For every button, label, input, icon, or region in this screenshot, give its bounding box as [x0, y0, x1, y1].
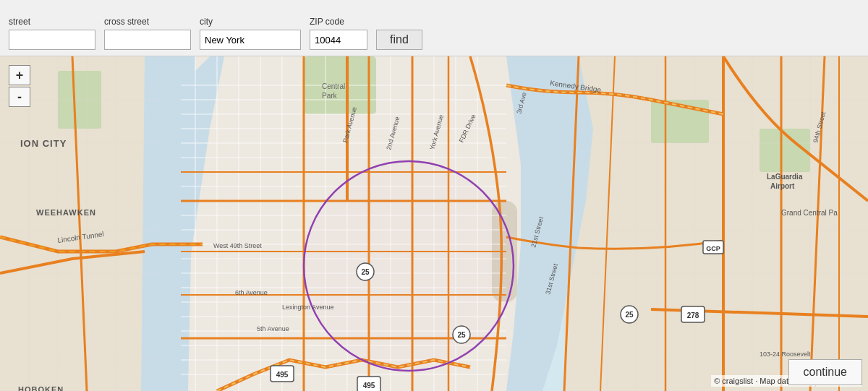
zoom-out-button[interactable]: - [9, 87, 30, 107]
street-field-group: street [9, 17, 95, 50]
street-input[interactable] [9, 30, 95, 50]
cross-street-input[interactable] [104, 30, 191, 50]
svg-text:5th Avenue: 5th Avenue [257, 325, 289, 332]
svg-text:Airport: Airport [770, 182, 795, 190]
svg-text:Central: Central [322, 82, 345, 90]
svg-text:GCP: GCP [706, 245, 720, 252]
svg-text:Grand Central Pa: Grand Central Pa [781, 209, 838, 217]
cross-street-field-group: cross street [104, 17, 191, 50]
svg-text:25: 25 [457, 331, 466, 339]
svg-text:WEEHAWKEN: WEEHAWKEN [36, 208, 96, 217]
zip-label: ZIP code [310, 17, 367, 27]
continue-button[interactable]: continue [788, 359, 863, 385]
street-label: street [9, 17, 95, 27]
svg-text:25: 25 [625, 311, 634, 319]
svg-text:495: 495 [276, 371, 289, 379]
zoom-in-button[interactable]: + [9, 65, 30, 85]
city-label: city [200, 17, 301, 27]
search-bar: street cross street city ZIP code find [0, 0, 868, 56]
svg-text:103-24 Roosevelt: 103-24 Roosevelt [760, 351, 811, 358]
svg-text:495: 495 [363, 382, 375, 390]
zoom-controls: + - [9, 65, 30, 107]
city-field-group: city [200, 17, 301, 50]
svg-text:LaGuardia: LaGuardia [767, 173, 803, 181]
find-button[interactable]: find [376, 30, 422, 50]
svg-text:West 49th Street: West 49th Street [213, 242, 262, 249]
svg-text:278: 278 [687, 311, 699, 319]
map-container: 25 25 25 278 495 495 GCP [0, 56, 868, 391]
city-input[interactable] [200, 30, 301, 50]
cross-street-label: cross street [104, 17, 191, 27]
zip-input[interactable] [310, 30, 367, 50]
svg-text:HOBOKEN: HOBOKEN [18, 385, 64, 391]
svg-point-92 [304, 161, 514, 371]
svg-text:Lexington Avenue: Lexington Avenue [282, 304, 333, 311]
zip-field-group: ZIP code [310, 17, 367, 50]
map-svg: 25 25 25 278 495 495 GCP [0, 56, 868, 391]
svg-text:Park: Park [322, 92, 338, 100]
svg-text:25: 25 [361, 268, 370, 276]
svg-text:ION CITY: ION CITY [20, 138, 67, 149]
svg-text:6th Avenue: 6th Avenue [235, 289, 268, 296]
